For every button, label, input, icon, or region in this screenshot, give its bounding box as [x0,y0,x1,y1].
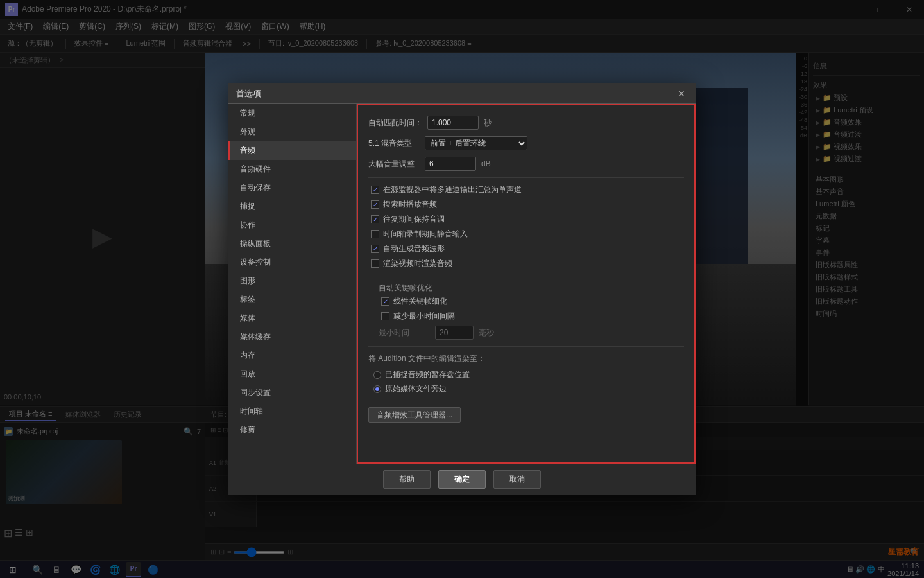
nav-media[interactable]: 媒体 [228,309,356,328]
plugin-manager-button[interactable]: 音频增效工具管理器... [368,407,461,423]
cb-row-3: 往复期间保持音调 [368,214,684,225]
help-button[interactable]: 帮助 [383,470,431,489]
cb-row-5: 自动生成音频波形 [368,243,684,254]
radio-row-2: 原始媒体文件旁边 [368,383,684,394]
dialog-footer: 帮助 确定 取消 [228,464,696,495]
ck-reduce-interval-label: 减少最小时间间隔 [393,311,455,322]
cb-mute-input-label: 时间轴录制期间静音输入 [383,229,468,240]
dialog-title: 首选项 [236,88,261,100]
dialog-close-button[interactable]: ✕ [675,87,688,100]
cb-maintain-pitch[interactable] [371,215,379,223]
cb-multichannel-label: 在源监视器中将多通道输出汇总为单声道 [383,184,522,195]
audition-section: 将 Audition 文件中的编辑渲染至： 已捕捉音频的暂存盘位置 原始媒体文件… [368,353,684,394]
min-time-label: 最小时间 [379,328,430,338]
preferences-dialog: 首选项 ✕ 常规 外观 音频 音频硬件 自动保存 捕捉 协作 操纵面板 设备控制… [228,83,696,495]
volume-adjust-label: 大幅音量调整 [368,159,420,170]
radio-media-side[interactable] [373,385,381,393]
nav-timeline[interactable]: 时间轴 [228,402,356,421]
min-time-unit: 毫秒 [479,328,494,338]
auto-match-time-label: 自动匹配时间： [368,118,422,128]
cb-mute-input[interactable] [371,230,379,238]
cb-render-audio[interactable] [371,259,379,268]
cb-row-6: 渲染视频时渲染音频 [368,258,684,269]
mix-type-label: 5.1 混音类型 [368,138,420,149]
nav-sync-settings[interactable]: 同步设置 [228,383,356,402]
dialog-body: 常规 外观 音频 音频硬件 自动保存 捕捉 协作 操纵面板 设备控制 图形 标签… [228,104,696,464]
auto-match-time-input[interactable] [427,116,479,130]
dialog-titlebar: 首选项 ✕ [228,83,696,104]
nav-appearance[interactable]: 外观 [228,123,356,141]
nav-general[interactable]: 常规 [228,104,356,123]
nav-audio-hardware[interactable]: 音频硬件 [228,160,356,179]
ck-row-2: 减少最小时间间隔 [379,311,684,322]
dialog-content: 自动匹配时间： 秒 5.1 混音类型 前置 + 后置环绕 前置 后置 大幅音量调… [357,104,696,464]
cb-multichannel[interactable] [371,186,379,194]
ck-linear[interactable] [381,297,389,306]
volume-adjust-row: 大幅音量调整 dB [368,157,684,171]
auto-keyframe-section: 自动关键帧优化 线性关键帧细化 减少最小时间间隔 最小时间 毫秒 [368,283,684,340]
cb-render-audio-label: 渲染视频时渲染音频 [383,258,452,269]
nav-device-control[interactable]: 设备控制 [228,253,356,272]
dialog-sidebar: 常规 外观 音频 音频硬件 自动保存 捕捉 协作 操纵面板 设备控制 图形 标签… [228,104,357,464]
radio-scratch-disk-label: 已捕捉音频的暂存盘位置 [385,369,470,380]
nav-graphics[interactable]: 图形 [228,272,356,290]
nav-audio[interactable]: 音频 [228,141,356,160]
radio-media-side-label: 原始媒体文件旁边 [385,383,447,394]
volume-adjust-unit: dB [481,159,491,168]
ok-button[interactable]: 确定 [438,470,486,489]
ck-linear-label: 线性关键帧细化 [393,296,447,307]
nav-media-cache[interactable]: 媒体缓存 [228,328,356,346]
nav-trim[interactable]: 修剪 [228,421,356,439]
volume-adjust-input[interactable] [425,157,476,171]
cb-row-2: 搜索时播放音频 [368,199,684,210]
nav-control-surface[interactable]: 操纵面板 [228,234,356,253]
dialog-overlay: 首选项 ✕ 常规 外观 音频 音频硬件 自动保存 捕捉 协作 操纵面板 设备控制… [0,0,924,578]
cb-row-1: 在源监视器中将多通道输出汇总为单声道 [368,184,684,195]
radio-scratch-disk[interactable] [373,371,381,379]
min-time-row: 最小时间 毫秒 [379,326,684,340]
mix-type-select[interactable]: 前置 + 后置环绕 前置 后置 [425,136,527,150]
plugin-manager-container: 音频增效工具管理器... [368,407,684,423]
auto-match-time-unit: 秒 [484,118,492,128]
ck-reduce-interval[interactable] [381,312,389,320]
nav-auto-save[interactable]: 自动保存 [228,179,356,197]
divider3 [368,346,684,347]
divider2 [368,276,684,276]
cancel-button[interactable]: 取消 [493,470,541,489]
nav-collaboration[interactable]: 协作 [228,216,356,234]
nav-memory[interactable]: 内存 [228,346,356,365]
ck-row-1: 线性关键帧细化 [379,296,684,307]
auto-keyframe-title: 自动关键帧优化 [379,283,684,293]
cb-auto-waveform-label: 自动生成音频波形 [383,243,445,254]
nav-labels[interactable]: 标签 [228,290,356,309]
nav-playback[interactable]: 回放 [228,365,356,383]
divider1 [368,177,684,178]
cb-scrub-audio[interactable] [371,200,379,209]
cb-auto-waveform[interactable] [371,245,379,253]
audition-section-title: 将 Audition 文件中的编辑渲染至： [368,353,684,364]
nav-capture[interactable]: 捕捉 [228,197,356,216]
mix-type-row: 5.1 混音类型 前置 + 后置环绕 前置 后置 [368,136,684,150]
cb-maintain-pitch-label: 往复期间保持音调 [383,214,445,225]
radio-row-1: 已捕捉音频的暂存盘位置 [368,369,684,380]
auto-match-time-row: 自动匹配时间： 秒 [368,116,684,130]
cb-scrub-audio-label: 搜索时播放音频 [383,199,437,210]
min-time-input [435,326,474,340]
cb-row-4: 时间轴录制期间静音输入 [368,229,684,240]
